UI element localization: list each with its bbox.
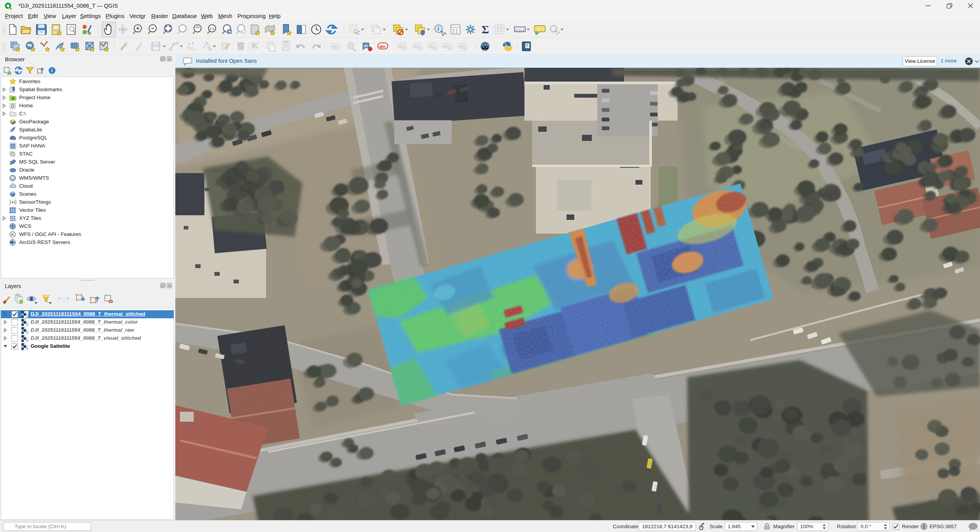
svg-text:Σ: Σ (482, 23, 489, 36)
svg-text:i: i (438, 26, 439, 32)
svg-text:abc: abc (414, 44, 420, 48)
svg-text:?: ? (526, 44, 528, 48)
svg-text:ε: ε (58, 295, 60, 301)
svg-text:a: a (88, 30, 91, 36)
svg-text:abc: abc (444, 44, 449, 48)
svg-text:abc: abc (332, 44, 338, 49)
svg-text:abc: abc (459, 44, 465, 48)
svg-text:abc: abc (379, 44, 386, 49)
svg-text:V: V (11, 233, 13, 236)
svg-text:abc: abc (399, 44, 404, 48)
svg-text:abc: abc (429, 44, 434, 48)
svg-text:1:1: 1:1 (209, 27, 214, 31)
svg-text:ab: ab (364, 44, 368, 48)
